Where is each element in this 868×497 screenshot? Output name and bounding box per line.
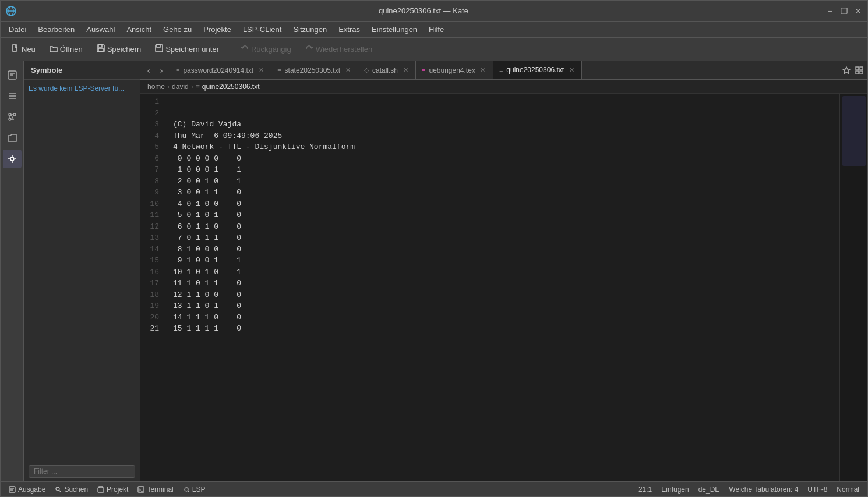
close-button[interactable]: ✕ [853,6,863,16]
undo-icon [241,44,249,54]
status-search[interactable]: Suchen [51,485,91,494]
status-mode[interactable]: Einfügen [658,485,692,494]
tab-prev-button[interactable]: ‹ [143,65,154,76]
svg-rect-29 [98,488,104,492]
svg-line-33 [188,491,189,492]
menu-sitzungen[interactable]: Sitzungen [287,24,333,35]
open-button[interactable]: Öffnen [44,42,89,56]
tab-label-0: password20240914.txt [183,66,253,74]
menu-gehe-zu[interactable]: Gehe zu [157,24,197,35]
editor-content[interactable]: 123456789101112131415161718192021 (C) Da… [140,94,867,481]
left-panel: Symbole Es wurde kein LSP-Server fü... [24,61,140,481]
tab-label-2: catall.sh [372,66,398,74]
mode-value: Einfügen [661,485,689,494]
app-icon [5,5,17,17]
sidebar-icon-project[interactable] [3,129,22,147]
svg-point-27 [56,487,59,491]
terminal-label: Terminal [147,485,173,494]
tab-next-button[interactable]: › [156,65,167,76]
status-terminal[interactable]: Terminal [134,485,177,494]
status-syntax[interactable]: Normal [833,485,863,494]
tab-label-4: quine20250306.txt [506,66,564,74]
breadcrumb-current: quine20250306.txt [202,83,260,91]
menu-auswahl[interactable]: Auswahl [80,24,121,35]
lsp-message: Es wurde kein LSP-Server fü... [29,84,135,93]
status-project[interactable]: Projekt [94,485,132,494]
minimize-button[interactable]: − [825,6,835,16]
menu-extras[interactable]: Extras [333,24,366,35]
tab-close-1[interactable]: ✕ [344,66,352,74]
line-number-12: 12 [140,221,164,233]
menu-datei[interactable]: Datei [3,24,32,35]
tab-close-3[interactable]: ✕ [479,66,487,74]
code-line-12: 7 0 1 1 1 0 [173,232,839,244]
menu-einstellungen[interactable]: Einstellungen [366,24,423,35]
code-line-17: 12 1 1 0 0 0 [173,289,839,301]
sidebar-icon-list[interactable] [3,87,22,105]
saveas-icon [155,44,163,54]
menu-projekte[interactable]: Projekte [197,24,237,35]
save-button[interactable]: Speichern [91,42,147,56]
breadcrumb-david[interactable]: david [172,83,189,91]
code-line-20: 15 1 1 1 1 0 [173,323,839,335]
tab-label-3: uebungen4.tex [429,66,475,74]
menu-hilfe[interactable]: Hilfe [423,24,450,35]
new-button[interactable]: Neu [5,42,41,56]
tab-icon-1: ≡ [277,67,281,74]
menu-lsp-client[interactable]: LSP-CLient [237,24,287,35]
tab-grid-button[interactable] [853,65,865,76]
terminal-icon [137,486,144,493]
code-line-5: 0 0 0 0 0 0 [173,153,839,165]
line-number-7: 7 [140,164,164,176]
status-locale[interactable]: de_DE [695,485,724,494]
tab-close-4[interactable]: ✕ [567,66,576,74]
line-number-3: 3 [140,119,164,130]
code-content[interactable]: (C) David VajdaThu Mar 6 09:49:06 20254 … [168,94,839,481]
tab-pin-button[interactable] [841,65,852,76]
redo-button[interactable]: Wiederherstellen [299,42,379,56]
indent-value: Weiche Tabulatoren: 4 [729,485,798,494]
tab-label-1: state20250305.txt [285,66,340,74]
tab-close-0[interactable]: ✕ [257,66,265,74]
svg-rect-24 [9,487,15,492]
toolbar-sep [230,42,230,56]
menu-ansicht[interactable]: Ansicht [121,24,157,35]
output-label: Ausgabe [18,485,45,494]
code-line-6: 1 0 0 0 1 1 [173,164,839,176]
line-number-8: 8 [140,176,164,187]
line-number-17: 17 [140,278,164,289]
menu-bearbeiten[interactable]: Bearbeiten [32,24,80,35]
tab-uebungen[interactable]: ≡ uebungen4.tex ✕ [416,61,493,79]
saveas-button[interactable]: Speichern unter [149,42,225,56]
status-indent[interactable]: Weiche Tabulatoren: 4 [725,485,802,494]
tab-state[interactable]: ≡ state20250305.txt ✕ [271,61,358,79]
tab-quine[interactable]: ≡ quine20250306.txt ✕ [493,61,582,79]
tab-password[interactable]: ≡ password20240914.txt ✕ [170,61,271,79]
encoding-value: UTF-8 [807,485,827,494]
panel-header: Symbole [24,61,140,80]
sidebar-icon-symbols[interactable] [3,66,22,84]
save-icon [97,44,105,54]
svg-line-28 [59,490,61,492]
lsp-label: LSP [192,485,206,494]
undo-button[interactable]: Rückgängig [235,42,297,56]
tab-catall[interactable]: ◇ catall.sh ✕ [358,61,416,79]
breadcrumb-icon: ≡ [196,83,200,91]
sidebar-icon-lsp[interactable] [3,150,22,168]
tab-close-2[interactable]: ✕ [401,66,410,74]
minimap[interactable] [839,94,867,481]
sidebar-icon-git[interactable] [3,108,22,126]
code-line-8: 3 0 0 1 1 0 [173,187,839,198]
filter-input[interactable] [29,465,135,478]
svg-rect-3 [12,45,17,51]
restore-button[interactable]: ❐ [839,6,849,16]
line-number-16: 16 [140,267,164,278]
status-position[interactable]: 21:1 [635,485,655,494]
code-line-16: 11 1 0 1 1 0 [173,278,839,289]
tab-icon-4: ≡ [499,66,503,73]
status-lsp[interactable]: LSP [179,485,209,494]
breadcrumb-home[interactable]: home [147,83,165,91]
status-encoding[interactable]: UTF-8 [804,485,831,494]
status-output[interactable]: Ausgabe [5,485,49,494]
toolbar: Neu Öffnen Speichern [1,38,867,61]
